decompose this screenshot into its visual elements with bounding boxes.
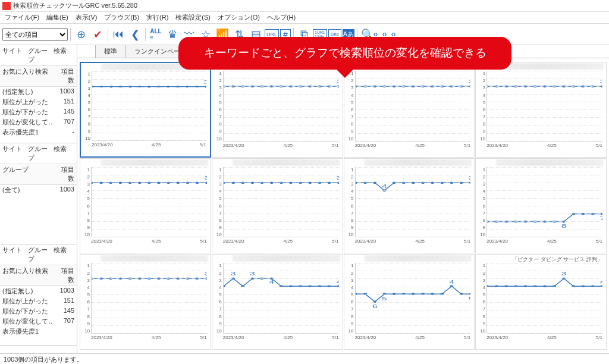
menu-item[interactable]: ファイル(F) (2, 12, 42, 23)
panel-row[interactable]: 順位が変化して…707 (0, 117, 77, 127)
svg-text:3: 3 (204, 174, 206, 181)
menu-item[interactable]: 検索設定(S) (173, 12, 213, 23)
chart-cell[interactable]: 1234567891032023/4/204/255/1 (344, 62, 475, 158)
svg-text:4: 4 (269, 278, 274, 285)
chart-cell[interactable]: 1234567891032023/4/204/255/1 (80, 254, 211, 350)
svg-text:3: 3 (600, 79, 602, 85)
add-icon[interactable]: ⊕ (73, 27, 89, 42)
statusbar: 1003個の項目があります。 (0, 353, 609, 364)
panel-head-cell[interactable]: 検索 (51, 244, 77, 265)
panel-head-cell[interactable]: グループ (26, 244, 51, 265)
svg-text:3: 3 (561, 271, 567, 277)
panel-row[interactable]: (全て)1003 (0, 185, 77, 195)
svg-text:3: 3 (203, 79, 206, 85)
tab[interactable]: 標準 (95, 45, 126, 58)
svg-text:3: 3 (231, 271, 236, 277)
right-pane: 標準ランクインページグラフGoogle履歴Google詳細 1234567891… (77, 45, 609, 353)
panel-row[interactable]: (指定無し)1003 (0, 286, 77, 296)
svg-text:4: 4 (449, 278, 454, 285)
chart-cell[interactable]: 1234567891032023/4/204/255/1 (212, 62, 343, 158)
chart-cell[interactable]: 「ビクター ダビング サービス 評判」12345678910342023/4/2… (475, 254, 607, 350)
chart-cell[interactable]: 1234567891032023/4/204/255/1 (475, 62, 607, 158)
titlebar: 検索順位チェックツールGRC ver.5.65.280 (0, 0, 609, 12)
panel-row[interactable]: 順位が上がった151 (0, 97, 77, 107)
panel-head-cell[interactable]: サイト (0, 45, 26, 65)
menu-item[interactable]: ヘルプ(H) (265, 12, 298, 23)
svg-text:3: 3 (250, 271, 255, 277)
svg-text:6: 6 (372, 303, 377, 309)
menu-item[interactable]: ブラウズ(B) (102, 12, 142, 23)
panel-head-cell[interactable]: グループ (26, 143, 51, 164)
svg-text:3: 3 (468, 174, 470, 181)
chart-cell[interactable]: 12345678910432023/4/204/255/1 (344, 158, 475, 254)
chart-cell[interactable]: 1234567891032023/4/204/255/1 (212, 158, 343, 254)
callout: キーワードごと、グラフで検索順位の変化を確認できる (178, 58, 511, 70)
chart-cell[interactable]: 1234567891032023/4/204/255/1 (80, 62, 211, 158)
menu-item[interactable]: 編集(E) (44, 12, 71, 23)
panel-row[interactable]: 順位が下がった145 (0, 107, 77, 117)
panel-row[interactable]: 順位が上がった151 (0, 296, 77, 306)
app-title: 検索順位チェックツールGRC ver.5.65.280 (13, 1, 137, 10)
svg-text:3: 3 (468, 79, 470, 85)
svg-text:4: 4 (336, 278, 338, 285)
menu-item[interactable]: オプション(O) (215, 12, 262, 23)
panel-head-cell[interactable]: サイト (0, 244, 26, 265)
svg-text:8: 8 (561, 222, 567, 229)
menu-item[interactable]: 実行(R) (144, 12, 171, 23)
panel-head-cell[interactable]: 検索 (51, 143, 77, 164)
panel-row[interactable]: 表示優先度1 (0, 327, 77, 337)
svg-text:3: 3 (336, 174, 338, 181)
panel-row[interactable]: (指定無し)1003 (0, 87, 77, 97)
chart-cell[interactable]: 12345678910872023/4/204/255/1 (475, 158, 607, 254)
chart-cell[interactable]: 1234567891033442023/4/204/255/1 (212, 254, 343, 350)
all-icon[interactable]: ALL≡ (148, 27, 164, 42)
menu-item[interactable]: 表示(V) (73, 12, 100, 23)
panel-row[interactable]: 順位が下がった145 (0, 306, 77, 316)
left-sidebar: サイトグループ検索お気に入り検索項目数(指定無し)1003順位が上がった151順… (0, 45, 77, 353)
svg-text:5: 5 (382, 295, 387, 302)
chart-cell[interactable]: 1234567891065452023/4/204/255/1 (344, 254, 475, 350)
svg-text:4: 4 (600, 278, 602, 285)
first-icon[interactable]: ⏮ (111, 27, 126, 42)
check-icon[interactable]: ✔ (90, 27, 105, 42)
menubar: ファイル(F)編集(E)表示(V)ブラウズ(B)実行(R)検索設定(S)オプショ… (0, 12, 609, 24)
svg-text:5: 5 (468, 295, 470, 302)
panel-head-cell[interactable]: 検索 (51, 45, 77, 65)
crown-icon[interactable]: ♛ (165, 27, 180, 42)
panel-row[interactable]: 表示優先度1- (0, 127, 77, 137)
panel-head-cell[interactable]: サイト (0, 143, 26, 164)
svg-text:3: 3 (204, 271, 206, 277)
svg-text:7: 7 (600, 215, 602, 221)
filter-select[interactable]: 全ての項目 (2, 28, 68, 41)
svg-text:4: 4 (382, 182, 387, 189)
panel-row[interactable]: 順位が変化して…707 (0, 316, 77, 327)
app-icon (2, 2, 11, 10)
panel-head-cell[interactable]: グループ (26, 45, 51, 65)
chart-grid: 1234567891032023/4/204/255/1123456789103… (77, 58, 609, 353)
chart-cell[interactable]: 1234567891032023/4/204/255/1 (80, 158, 211, 254)
prev-icon[interactable]: ❮ (127, 27, 143, 42)
